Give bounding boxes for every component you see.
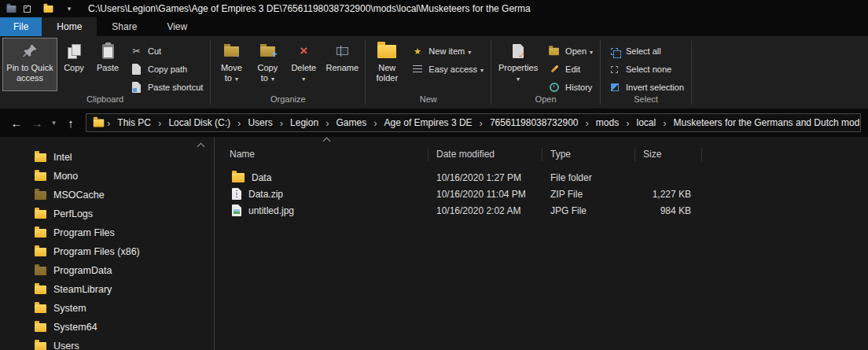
invert-selection-icon: [608, 83, 621, 91]
copy-to-icon: [260, 42, 275, 61]
move-to-label-line1: Move: [221, 63, 242, 73]
address-bar[interactable]: This PC Local Disk (C:) Users Legion Gam…: [86, 113, 861, 132]
breadcrumb-games[interactable]: Games: [331, 117, 371, 128]
file-type: ZIP File: [542, 189, 635, 200]
folder-icon: [35, 286, 46, 294]
folder-icon: [35, 191, 46, 200]
new-folder-button[interactable]: Newfolder: [368, 38, 406, 91]
copy-to-label-line1: Copy: [257, 63, 278, 73]
recent-locations-dropdown-icon[interactable]: [48, 113, 60, 132]
file-row-untitled-jpg[interactable]: untitled.jpg 10/16/2020 2:02 AM JPG File…: [215, 202, 868, 219]
sidebar-item-perflogs[interactable]: PerfLogs: [0, 204, 214, 223]
column-header-date-modified[interactable]: Date modified: [428, 148, 542, 161]
select-all-button[interactable]: Select all: [603, 43, 689, 59]
back-button[interactable]: [7, 113, 26, 132]
sidebar-item-msocache[interactable]: MSOCache: [0, 186, 214, 204]
breadcrumb-mods[interactable]: mods: [591, 117, 623, 128]
breadcrumb-separator-icon[interactable]: [477, 117, 485, 129]
up-button[interactable]: [61, 113, 80, 132]
rename-icon: [337, 42, 348, 61]
forward-button[interactable]: [28, 113, 46, 132]
file-row-data[interactable]: Data 10/16/2020 1:27 PM File folder: [215, 169, 868, 186]
sidebar-item-label: System: [53, 303, 86, 314]
tab-share[interactable]: Share: [97, 17, 152, 36]
copy-button-label: Copy: [64, 63, 84, 73]
tab-view[interactable]: View: [152, 17, 202, 36]
delete-icon: [300, 42, 307, 61]
ribbon-group-organize: Moveto Copyto Delete Rename Organize: [211, 36, 365, 109]
select-all-icon: [608, 48, 621, 55]
tab-home[interactable]: Home: [42, 17, 97, 36]
file-size: 1,227 KB: [635, 189, 702, 200]
ribbon-group-clipboard: Pin to Quick access Copy Paste Cut: [0, 36, 210, 109]
breadcrumb-separator-icon[interactable]: [323, 117, 331, 129]
properties-button[interactable]: Properties: [494, 38, 542, 91]
sidebar-item-label: Intel: [53, 152, 72, 163]
customize-quick-access-toolbar-icon[interactable]: [63, 2, 75, 15]
sidebar-item-programdata[interactable]: ProgramData: [0, 261, 214, 280]
new-folder-label-line1: New: [377, 63, 399, 73]
sidebar-item-label: PerfLogs: [53, 208, 93, 219]
sidebar-item-label: System64: [53, 322, 97, 333]
column-header-size[interactable]: Size: [635, 148, 702, 161]
folder-icon: [232, 173, 245, 182]
breadcrumb-separator-icon[interactable]: [235, 117, 243, 129]
properties-qat-icon[interactable]: [20, 2, 33, 15]
tab-file[interactable]: File: [0, 17, 42, 36]
folder-icon: [35, 323, 46, 332]
breadcrumb-separator-icon[interactable]: [278, 117, 285, 129]
breadcrumb-separator-icon[interactable]: [371, 117, 379, 129]
column-header-name[interactable]: Name: [215, 148, 428, 161]
history-icon: [547, 83, 561, 92]
sidebar-item-system[interactable]: System: [0, 299, 214, 318]
file-name: Data: [252, 172, 271, 183]
copy-path-button[interactable]: Copy path: [125, 61, 208, 77]
open-button[interactable]: Open: [542, 43, 598, 59]
new-folder-qat-icon[interactable]: [42, 2, 54, 15]
cut-button[interactable]: Cut: [125, 43, 208, 59]
breadcrumb-legion[interactable]: Legion: [285, 117, 323, 128]
copy-to-button[interactable]: Copyto: [249, 38, 285, 91]
easy-access-button[interactable]: Easy access: [406, 61, 488, 77]
ribbon-group-open: Properties Open Edit History: [491, 36, 600, 109]
sidebar-item-intel[interactable]: Intel: [0, 148, 214, 167]
new-item-button[interactable]: New item: [406, 43, 488, 59]
breadcrumb-separator-icon[interactable]: [623, 117, 631, 129]
breadcrumb-separator-icon[interactable]: [156, 117, 164, 129]
file-row-data-zip[interactable]: Data.zip 10/16/2020 11:04 PM ZIP File 1,…: [215, 186, 868, 202]
sidebar-item-system64[interactable]: System64: [0, 318, 214, 337]
move-to-button[interactable]: Moveto: [213, 38, 249, 91]
delete-label: Delete: [291, 63, 316, 73]
easy-access-icon: [410, 65, 424, 73]
titlebar: C:\Users\Legion\Games\Age of Empires 3 D…: [0, 0, 868, 17]
breadcrumb-local-disk-c[interactable]: Local Disk (C:): [164, 117, 235, 128]
breadcrumb-age-of-empires-3-de[interactable]: Age of Empires 3 DE: [380, 117, 477, 128]
sidebar-item-program-files[interactable]: Program Files: [0, 223, 214, 242]
sidebar-item-mono[interactable]: Mono: [0, 167, 214, 186]
breadcrumb-76561198038732900[interactable]: 76561198038732900: [485, 117, 583, 128]
sidebar-item-steamlibrary[interactable]: SteamLibrary: [0, 280, 214, 299]
rename-button[interactable]: Rename: [322, 38, 362, 91]
sidebar-item-users[interactable]: Users: [0, 337, 214, 350]
properties-icon: [513, 42, 524, 61]
paste-button[interactable]: Paste: [90, 38, 125, 91]
new-folder-icon: [377, 42, 396, 61]
scissors-icon: [130, 46, 143, 57]
move-to-label-line2: to: [221, 73, 242, 83]
breadcrumb-separator-icon[interactable]: [660, 117, 668, 129]
breadcrumb-local[interactable]: local: [632, 117, 661, 128]
sidebar-item-program-files-x86[interactable]: Program Files (x86): [0, 242, 214, 261]
select-none-button[interactable]: Select none: [603, 61, 689, 77]
copy-to-label-line2: to: [257, 73, 278, 83]
edit-button[interactable]: Edit: [542, 61, 598, 77]
breadcrumb-musketeers-mod[interactable]: Musketeers for the Germans and Dutch mod: [669, 117, 861, 128]
copy-button[interactable]: Copy: [57, 38, 90, 91]
delete-button[interactable]: Delete: [285, 38, 322, 91]
breadcrumb-separator-icon[interactable]: [583, 117, 591, 129]
pin-to-quick-access-button[interactable]: Pin to Quick access: [2, 38, 57, 91]
column-header-type[interactable]: Type: [542, 148, 635, 161]
breadcrumb-this-pc[interactable]: This PC: [112, 117, 156, 128]
address-folder-icon: [94, 119, 105, 127]
copy-path-label: Copy path: [148, 64, 187, 74]
breadcrumb-users[interactable]: Users: [243, 117, 277, 128]
